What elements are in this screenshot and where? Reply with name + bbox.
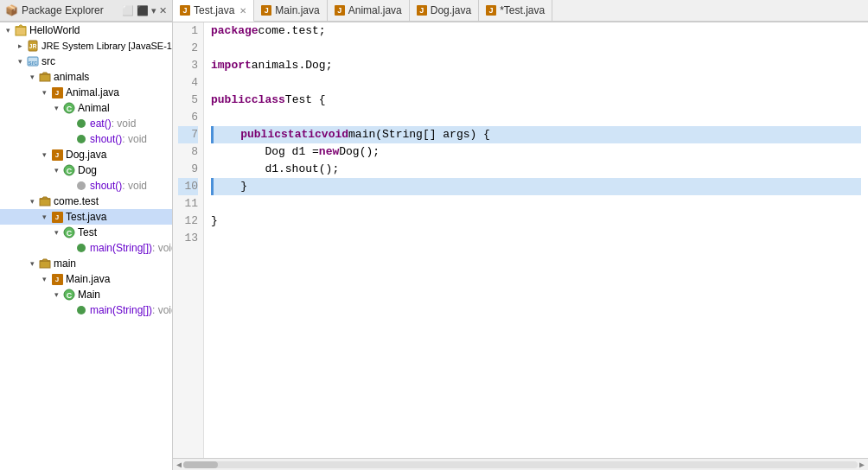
maximize-icon[interactable]: ⬛ (137, 5, 149, 16)
line-num-3: 3 (178, 57, 198, 74)
java-file-icon: J (50, 148, 64, 162)
line-num-9: 9 (178, 161, 198, 178)
line-num-5: 5 (178, 92, 198, 109)
line-num-1: 1 (178, 22, 198, 40)
line-num-4: 4 (178, 74, 198, 92)
code-line-3: import animals.Dog; (211, 57, 861, 74)
tree-item-animal-shout-method[interactable]: shout() : void (0, 131, 172, 147)
method-icon (74, 241, 88, 255)
panel-title: Package Explorer (22, 4, 104, 16)
code-text: main(String[] args) { (348, 126, 490, 143)
tree-item-test-class[interactable]: ▾ C Test (0, 225, 172, 240)
tree-item-cometest[interactable]: ▾ come.test (0, 194, 172, 209)
keyword: import (211, 57, 252, 74)
tree-item-main-class[interactable]: ▾ C Main (0, 287, 172, 302)
panel-header-icons: ⬜ ⬛ ▾ ✕ (122, 5, 167, 16)
svg-rect-0 (16, 27, 26, 35)
editor-tabs: J Test.java ✕ J Main.java J Animal.java … (173, 0, 868, 22)
editor-area[interactable]: 1 2 3 4 5 6 7 8 9 10 11 12 13 package co… (173, 22, 868, 470)
panel-icon: 📦 (5, 4, 18, 16)
svg-marker-1 (16, 25, 26, 27)
code-line-6 (211, 109, 861, 126)
method-icon (74, 303, 88, 317)
keyword: class (252, 92, 285, 109)
tree-label: src (41, 55, 55, 67)
svg-text:JR: JR (29, 43, 37, 49)
code-text (214, 126, 240, 143)
tree-label: shout() (90, 133, 122, 145)
line-num-2: 2 (178, 40, 198, 57)
code-line-10: } (211, 178, 861, 195)
java-file-icon: J (261, 5, 271, 16)
tab-dog-java[interactable]: J Dog.java (410, 0, 479, 21)
scrollbar-thumb[interactable] (183, 461, 218, 468)
tree-item-src[interactable]: ▾ src src (0, 54, 172, 69)
code-text: d1.shout(); (211, 161, 339, 178)
editor-content: 1 2 3 4 5 6 7 8 9 10 11 12 13 package co… (173, 22, 868, 458)
tab-test-java-modified[interactable]: J *Test.java (479, 0, 552, 21)
tree-arrow: ▾ (38, 150, 50, 159)
tree-item-animals[interactable]: ▾ animals (0, 69, 172, 85)
tree-label: eat() (90, 118, 112, 130)
line-num-12: 12 (178, 213, 198, 230)
tree-label: Animal (78, 102, 110, 114)
editor-scrollbar[interactable]: ◀ ▶ (173, 458, 868, 470)
code-area[interactable]: package come.test; import animals.Dog; p… (204, 22, 868, 458)
tree-item-test-java[interactable]: ▾ J Test.java (0, 209, 172, 225)
tab-label: *Test.java (500, 4, 545, 16)
tree-arrow: ▾ (26, 259, 38, 268)
line-numbers: 1 2 3 4 5 6 7 8 9 10 11 12 13 (173, 22, 204, 458)
tree-label-type: : void (152, 304, 173, 316)
tree-item-dog-java[interactable]: ▾ J Dog.java (0, 147, 172, 162)
svg-marker-21 (40, 259, 50, 261)
scrollbar-track[interactable] (183, 461, 858, 468)
package-icon (38, 194, 52, 208)
tab-close-icon[interactable]: ✕ (239, 6, 246, 16)
tree-item-dog-shout-method[interactable]: shout() : void (0, 178, 172, 194)
tab-animal-java[interactable]: J Animal.java (328, 0, 410, 21)
tree-item-jre[interactable]: ▸ JR JRE System Library [JavaSE-1.8] (0, 38, 172, 54)
tree-arrow: ▾ (26, 73, 38, 81)
scroll-right-arrow[interactable]: ▶ (858, 460, 866, 470)
panel-close-icon[interactable]: ✕ (159, 5, 167, 16)
code-text: animals.Dog; (252, 57, 333, 74)
tree-item-main-package[interactable]: ▾ main (0, 256, 172, 271)
tree-label: main(String[]) (90, 304, 152, 316)
class-icon: C (62, 163, 76, 177)
method-icon (74, 132, 88, 146)
main-content: ▾ HelloWorld ▸ JR JRE System Library [Ja… (0, 22, 868, 470)
keyword: package (211, 22, 258, 40)
code-line-9: d1.shout(); (211, 161, 861, 178)
tree-label: Test.java (66, 211, 106, 223)
tab-main-java[interactable]: J Main.java (254, 0, 327, 21)
scroll-left-arrow[interactable]: ◀ (175, 460, 183, 470)
tree-item-main-main-method[interactable]: main(String[]) : void (0, 302, 172, 318)
tree-item-test-main-method[interactable]: main(String[]) : void (0, 240, 172, 256)
tab-label: Animal.java (348, 4, 402, 16)
tree-arrow: ▾ (50, 290, 62, 299)
java-file-icon: J (417, 5, 427, 16)
tree-label: Main.java (66, 273, 110, 285)
tree-arrow: ▾ (50, 228, 62, 237)
tree-item-animal-java[interactable]: ▾ J Animal.java (0, 85, 172, 100)
svg-point-24 (77, 306, 86, 314)
svg-point-19 (77, 244, 86, 252)
package-explorer-sidebar: ▾ HelloWorld ▸ JR JRE System Library [Ja… (0, 22, 173, 470)
tree-item-animal-class[interactable]: ▾ C Animal (0, 100, 172, 116)
code-line-4 (211, 74, 861, 92)
line-num-7: 7 (178, 126, 198, 143)
code-text: come.test; (258, 22, 326, 40)
minimize-icon[interactable]: ⬜ (122, 5, 134, 16)
project-icon (14, 23, 28, 37)
line-num-13: 13 (178, 230, 198, 247)
svg-point-14 (77, 181, 86, 190)
tree-item-dog-class[interactable]: ▾ C Dog (0, 162, 172, 178)
panel-menu-icon[interactable]: ▾ (151, 5, 156, 16)
tree-label: HelloWorld (29, 24, 80, 36)
tree-item-helloworld[interactable]: ▾ HelloWorld (0, 22, 172, 38)
tree-item-eat-method[interactable]: eat() : void (0, 116, 172, 131)
tab-test-java[interactable]: J Test.java ✕ (173, 0, 254, 22)
tree-item-main-java[interactable]: ▾ J Main.java (0, 271, 172, 287)
svg-text:C: C (67, 291, 73, 300)
abstract-method-icon (74, 179, 88, 193)
